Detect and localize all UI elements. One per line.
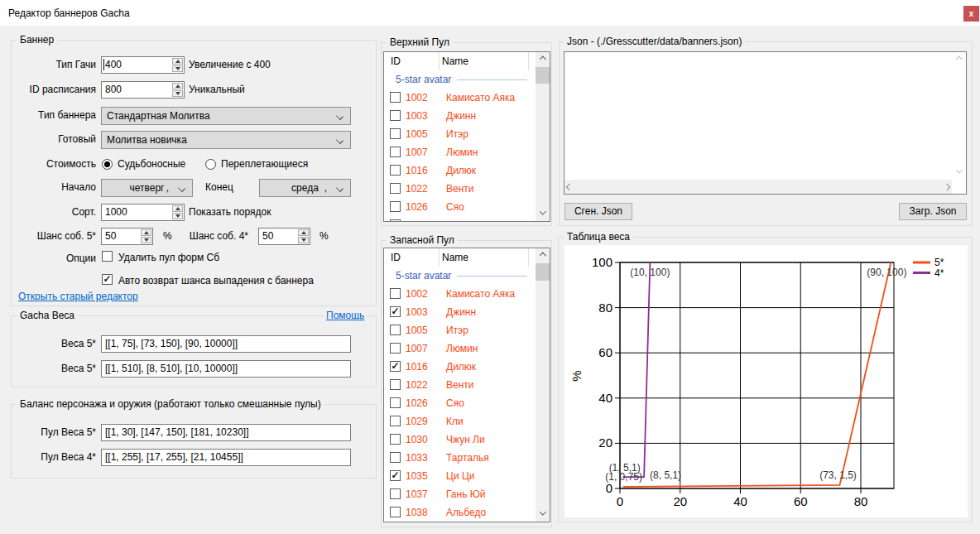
column-header-name[interactable]: Name — [442, 55, 468, 67]
column-header-name[interactable]: Name — [442, 252, 468, 263]
item-checkbox[interactable] — [390, 452, 401, 463]
item-checkbox[interactable] — [390, 110, 401, 121]
load-json-button[interactable]: Загр. Json — [899, 203, 967, 220]
vertical-scrollbar[interactable] — [952, 52, 966, 180]
spin-down-button[interactable] — [172, 65, 183, 72]
scrollbar-thumb[interactable] — [536, 67, 550, 84]
help-link[interactable]: Помощь — [324, 310, 366, 321]
spin-up-button[interactable] — [172, 58, 183, 65]
weights5-input[interactable]: [[1, 75], [73, 150], [90, 10000]] — [101, 335, 351, 353]
column-header-id[interactable]: ID — [391, 55, 401, 67]
item-checkbox[interactable] — [390, 343, 401, 354]
item-checkbox[interactable] — [390, 183, 401, 194]
upper-pool-list[interactable]: ID Name 5-star avatar 1002Камисато Аяка1… — [383, 51, 550, 222]
pool-item-row[interactable]: 1016Дилюк — [384, 161, 536, 180]
pool-item-row[interactable]: 1007Люмин — [384, 339, 536, 358]
pool-item-row[interactable]: 1022Венти — [384, 376, 536, 394]
end-day-dropdown[interactable]: среда , — [259, 179, 351, 197]
preset-dropdown[interactable]: Молитва новичка — [101, 131, 351, 149]
reserve-pool-list[interactable]: ID Name 5-star avatar 1002Камисато Аяка✓… — [383, 248, 550, 522]
pool-item-row[interactable]: 1002Камисато Аяка — [384, 89, 536, 107]
pool-item-row[interactable]: 1002Камисато Аяка — [384, 285, 536, 303]
vertical-scrollbar[interactable] — [536, 52, 550, 221]
scroll-down-button[interactable] — [536, 207, 550, 221]
spin-up-button[interactable] — [298, 229, 309, 236]
pool-item-row[interactable] — [384, 216, 536, 221]
column-header-id[interactable]: ID — [391, 252, 401, 263]
vertical-scrollbar[interactable] — [536, 248, 550, 522]
json-textarea[interactable] — [564, 51, 967, 195]
pool-item-row[interactable]: 1037Гань Юй — [384, 485, 536, 503]
start-day-dropdown[interactable]: четверг , — [101, 179, 193, 197]
pool-item-row[interactable]: ✓1035Ци Ци — [384, 467, 536, 485]
item-checkbox[interactable] — [390, 434, 401, 445]
item-checkbox[interactable] — [390, 165, 401, 176]
start-day-value: четверг — [107, 182, 187, 194]
cost-radio-fate[interactable] — [102, 159, 113, 170]
chance4-input[interactable]: 50 — [258, 228, 310, 245]
pool-item-row[interactable]: 1029Кли — [384, 412, 536, 431]
scroll-left-button[interactable] — [566, 183, 573, 190]
scroll-down-button[interactable] — [952, 166, 966, 180]
horizontal-scrollbar[interactable] — [564, 180, 952, 194]
auto-return-checkbox[interactable]: ✓ — [102, 274, 113, 285]
generate-json-button[interactable]: Сген. Json — [564, 203, 632, 220]
spin-up-button[interactable] — [141, 229, 151, 236]
pool-item-row[interactable]: 1026Сяо — [384, 394, 536, 412]
weights5b-input[interactable]: [[1, 510], [8, 510], [10, 10000]] — [101, 360, 351, 378]
svg-text:80: 80 — [598, 301, 612, 315]
item-checkbox[interactable] — [390, 507, 401, 517]
item-checkbox[interactable] — [390, 416, 401, 426]
spin-down-button[interactable] — [298, 237, 309, 243]
item-name: Кли — [446, 416, 464, 427]
item-checkbox[interactable] — [390, 201, 401, 212]
pool-item-row[interactable]: 1033Тарталья — [384, 449, 536, 467]
spin-down-button[interactable] — [172, 90, 183, 97]
pool-item-row[interactable]: 1007Люмин — [384, 143, 536, 161]
pool-weights5-input[interactable]: [[1, 30], [147, 150], [181, 10230]] — [101, 424, 351, 441]
scroll-right-button[interactable] — [944, 183, 950, 190]
pool-weights4-input[interactable]: [[1, 255], [17, 255], [21, 10455]] — [101, 449, 351, 466]
pool-item-row[interactable]: 1022Венти — [384, 180, 536, 198]
pool-item-row[interactable]: ✓1003Джинн — [384, 303, 536, 321]
cost-radio-intertwined[interactable] — [205, 159, 216, 170]
item-checkbox[interactable] — [390, 128, 401, 139]
item-checkbox[interactable]: ✓ — [390, 470, 401, 481]
open-old-editor-link[interactable]: Открыть старый редактор — [17, 291, 140, 302]
item-checkbox[interactable]: ✓ — [390, 361, 401, 372]
spin-up-button[interactable] — [172, 83, 183, 89]
item-checkbox[interactable]: ✓ — [390, 306, 401, 317]
schedule-id-input[interactable]: 800 — [101, 81, 185, 99]
category-line — [457, 79, 527, 80]
scroll-up-button[interactable] — [536, 248, 550, 262]
item-checkbox[interactable] — [390, 219, 401, 221]
spin-down-button[interactable] — [172, 213, 183, 219]
scrollbar-thumb[interactable] — [536, 263, 550, 281]
item-checkbox[interactable] — [390, 288, 401, 299]
scroll-down-button[interactable] — [536, 508, 550, 522]
close-button[interactable]: x — [963, 6, 979, 22]
item-checkbox[interactable] — [390, 379, 401, 390]
scroll-up-button[interactable] — [952, 52, 966, 66]
spin-down-button[interactable] — [141, 237, 151, 243]
item-checkbox[interactable] — [390, 397, 401, 408]
remove-pool-checkbox[interactable] — [102, 251, 113, 262]
pool-item-row[interactable]: ✓1016Дилюк — [384, 358, 536, 376]
pool-item-row[interactable]: 1005Итэр — [384, 125, 536, 143]
gacha-type-input[interactable]: 400 — [101, 56, 185, 74]
item-checkbox[interactable] — [390, 92, 401, 103]
pool-item-row[interactable]: 1005Итэр — [384, 321, 536, 339]
item-checkbox[interactable] — [390, 147, 401, 157]
pool-item-row[interactable]: 1038Альбедо — [384, 503, 536, 522]
pool-item-row[interactable]: 1003Джинн — [384, 107, 536, 125]
spin-up-button[interactable] — [172, 205, 183, 212]
item-checkbox[interactable] — [390, 488, 401, 499]
item-checkbox[interactable] — [390, 325, 401, 335]
pool-item-row[interactable]: 1026Сяо — [384, 198, 536, 216]
chance4-value: 50 — [259, 229, 297, 244]
banner-type-dropdown[interactable]: Стандартная Молитва — [101, 107, 351, 125]
scroll-up-button[interactable] — [536, 52, 550, 66]
pool-item-row[interactable]: 1030Чжун Ли — [384, 431, 536, 449]
sort-input[interactable]: 1000 — [101, 204, 185, 221]
chance5-input[interactable]: 50 — [101, 228, 153, 245]
